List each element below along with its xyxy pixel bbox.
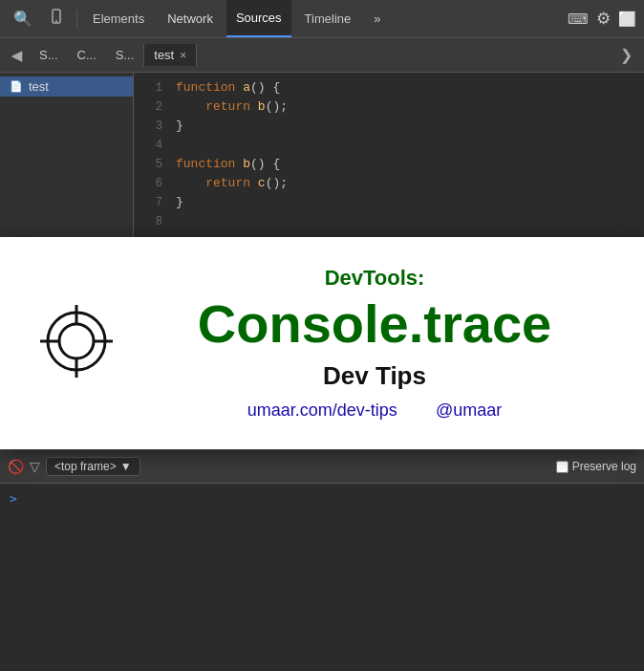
tab-elements[interactable]: Elements — [83, 0, 154, 37]
line-num-7: 7 — [143, 193, 162, 212]
code-line-3: 3 } — [134, 117, 644, 136]
line-num-3: 3 — [143, 117, 162, 136]
console-filter-icon[interactable]: ▽ — [30, 459, 40, 474]
search-icon[interactable]: 🔍 — [8, 6, 38, 32]
line-num-4: 4 — [143, 136, 162, 155]
device-icon[interactable] — [42, 5, 71, 33]
settings-icon[interactable]: ⚙ — [596, 9, 611, 29]
code-content-4 — [176, 136, 183, 155]
code-content-8 — [176, 212, 183, 231]
overlay-label: Dev Tips — [143, 361, 606, 391]
console-clear-icon[interactable]: 🚫 — [8, 459, 24, 474]
sources-subtoolbar-right-btn[interactable]: ❯ — [612, 42, 640, 68]
tab-sub-s2[interactable]: S... — [106, 38, 144, 72]
sources-subtoolbar: ◀ S... C... S... test × ❯ — [0, 38, 644, 73]
code-content-6: return c(); — [176, 174, 288, 193]
overlay-subtitle: DevTools: — [143, 266, 606, 291]
target-icon — [38, 303, 115, 383]
main-toolbar: 🔍 Elements Network Sources Timeline » ⌨ … — [0, 0, 644, 38]
console-frame-selector[interactable]: <top frame> ▼ — [46, 457, 140, 476]
prompt-arrow-icon: > — [10, 491, 17, 506]
toolbar-right: ⌨ ⚙ ⬜ — [568, 9, 636, 29]
code-line-5: 5 function b() { — [134, 155, 644, 174]
file-tab-name: test — [154, 48, 174, 62]
code-content-2: return b(); — [176, 97, 288, 117]
code-content-5: function b() { — [176, 155, 280, 174]
panel-toggle-button[interactable]: ◀ — [4, 44, 30, 67]
console-prompt-line: > — [10, 487, 634, 509]
line-num-2: 2 — [143, 97, 162, 117]
code-line-7: 7 } — [134, 193, 644, 212]
line-num-6: 6 — [143, 174, 162, 193]
dock-icon[interactable]: ⬜ — [618, 11, 636, 28]
line-num-8: 8 — [143, 212, 162, 231]
code-line-6: 6 return c(); — [134, 174, 644, 193]
code-line-4: 4 — [134, 136, 644, 155]
svg-point-3 — [59, 324, 94, 358]
tab-sub-c[interactable]: C... — [68, 38, 106, 72]
overlay-link-twitter[interactable]: @umaar — [436, 400, 502, 421]
code-line-1: 1 function a() { — [134, 78, 644, 97]
code-content-3: } — [176, 117, 183, 136]
preserve-log-label: Preserve log — [572, 460, 636, 473]
tab-more[interactable]: » — [364, 0, 390, 37]
preserve-log-container: Preserve log — [556, 460, 636, 473]
sidebar-item-test[interactable]: 📄 test — [0, 76, 133, 97]
console-frame-label: <top frame> — [54, 460, 117, 473]
code-content-1: function a() { — [176, 78, 280, 97]
file-icon: 📄 — [10, 80, 23, 93]
sidebar-file-label: test — [29, 79, 49, 94]
tab-sub-s1[interactable]: S... — [30, 38, 68, 72]
overlay-title: Console.trace — [143, 294, 606, 354]
svg-point-1 — [55, 20, 57, 22]
line-num-1: 1 — [143, 78, 162, 97]
overlay-card: DevTools: Console.trace Dev Tips umaar.c… — [0, 237, 644, 449]
tab-timeline[interactable]: Timeline — [295, 0, 361, 37]
console-output[interactable]: > — [0, 484, 644, 671]
line-num-5: 5 — [143, 155, 162, 174]
preserve-log-checkbox[interactable] — [556, 461, 569, 473]
console-frame-chevron-icon: ▼ — [120, 460, 132, 473]
code-line-2: 2 return b(); — [134, 97, 644, 117]
target-icon-container — [38, 303, 115, 383]
toolbar-divider-1 — [76, 10, 77, 29]
tab-sources[interactable]: Sources — [226, 0, 291, 37]
code-content-7: } — [176, 193, 183, 212]
file-tab-close-button[interactable]: × — [180, 49, 186, 62]
overlay-links: umaar.com/dev-tips @umaar — [143, 400, 606, 421]
console-toolbar: 🚫 ▽ <top frame> ▼ Preserve log — [0, 449, 644, 484]
file-tab-test[interactable]: test × — [143, 44, 197, 66]
code-line-8: 8 — [134, 212, 644, 231]
terminal-icon[interactable]: ⌨ — [568, 11, 589, 28]
overlay-text-block: DevTools: Console.trace Dev Tips umaar.c… — [143, 266, 606, 421]
tab-network[interactable]: Network — [158, 0, 223, 37]
overlay-link-website[interactable]: umaar.com/dev-tips — [247, 400, 397, 421]
